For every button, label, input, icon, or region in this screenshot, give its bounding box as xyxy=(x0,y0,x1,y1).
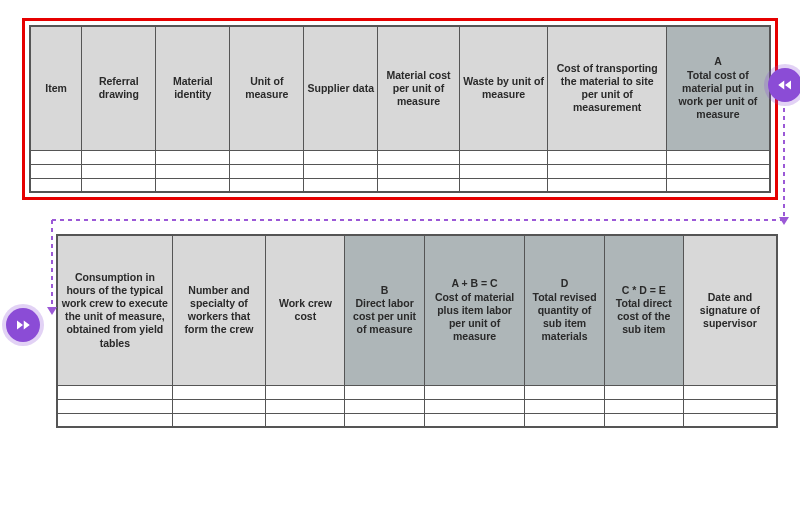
table-cell xyxy=(266,413,345,427)
column-header: Referral drawing xyxy=(82,26,156,150)
column-header: Consumption in hours of the typical work… xyxy=(57,235,172,385)
connector-left-vertical xyxy=(50,218,54,308)
table-cell xyxy=(548,164,666,178)
column-header: C * D = E Total direct cost of the sub i… xyxy=(604,235,683,385)
connector-right-vertical xyxy=(782,106,786,218)
labor-table-wrap: Consumption in hours of the typical work… xyxy=(22,234,778,428)
connector-horizontal xyxy=(50,218,786,222)
table-row xyxy=(30,150,770,164)
column-header: Date and signature of supervisor xyxy=(683,235,777,385)
forward-icon xyxy=(6,308,40,342)
table-cell xyxy=(30,150,82,164)
table-row xyxy=(30,164,770,178)
table-cell xyxy=(683,413,777,427)
table-cell xyxy=(525,385,604,399)
table-cell xyxy=(230,178,304,192)
labor-cost-table: Consumption in hours of the typical work… xyxy=(56,234,778,428)
table-cell xyxy=(172,399,266,413)
table-cell xyxy=(604,385,683,399)
column-header: B Direct labor cost per unit of measure xyxy=(345,235,424,385)
table-cell xyxy=(230,164,304,178)
column-header: Unit of measure xyxy=(230,26,304,150)
table-cell xyxy=(30,164,82,178)
column-header: Cost of transporting the material to sit… xyxy=(548,26,666,150)
table-row xyxy=(57,399,777,413)
table-cell xyxy=(666,164,770,178)
table-cell xyxy=(266,385,345,399)
table-cell xyxy=(666,150,770,164)
table-cell xyxy=(156,178,230,192)
table-cell xyxy=(525,399,604,413)
table-cell xyxy=(266,399,345,413)
table-cell xyxy=(304,178,378,192)
table-cell xyxy=(82,178,156,192)
table-cell xyxy=(57,413,172,427)
column-header: Supplier data xyxy=(304,26,378,150)
table-row xyxy=(57,385,777,399)
column-header: Waste by unit of measure xyxy=(459,26,548,150)
table-cell xyxy=(156,164,230,178)
table-cell xyxy=(304,150,378,164)
table-cell xyxy=(57,385,172,399)
table-header-row: Consumption in hours of the typical work… xyxy=(57,235,777,385)
table-cell xyxy=(378,178,459,192)
table-cell xyxy=(304,164,378,178)
column-header: A Total cost of material put in work per… xyxy=(666,26,770,150)
table-cell xyxy=(525,413,604,427)
table-cell xyxy=(172,385,266,399)
table-cell xyxy=(683,385,777,399)
table-cell xyxy=(230,150,304,164)
table-row xyxy=(57,413,777,427)
column-header: Material cost per unit of measure xyxy=(378,26,459,150)
materials-table-highlight: ItemReferral drawingMaterial identityUni… xyxy=(22,18,778,200)
table-cell xyxy=(172,413,266,427)
table-header-row: ItemReferral drawingMaterial identityUni… xyxy=(30,26,770,150)
table-cell xyxy=(345,413,424,427)
table-cell xyxy=(424,399,525,413)
table-cell xyxy=(548,150,666,164)
column-header: Work crew cost xyxy=(266,235,345,385)
table-cell xyxy=(30,178,82,192)
table-cell xyxy=(345,399,424,413)
table-cell xyxy=(424,413,525,427)
rewind-icon xyxy=(768,68,800,102)
table-cell xyxy=(459,178,548,192)
table-cell xyxy=(82,150,156,164)
column-header: A + B = C Cost of material plus item lab… xyxy=(424,235,525,385)
table-cell xyxy=(424,385,525,399)
table-cell xyxy=(459,164,548,178)
table-cell xyxy=(683,399,777,413)
table-cell xyxy=(604,413,683,427)
column-header: D Total revised quantity of sub item mat… xyxy=(525,235,604,385)
table-cell xyxy=(548,178,666,192)
table-cell xyxy=(378,164,459,178)
table-cell xyxy=(82,164,156,178)
table-cell xyxy=(604,399,683,413)
table-cell xyxy=(666,178,770,192)
materials-cost-table: ItemReferral drawingMaterial identityUni… xyxy=(29,25,771,193)
table-cell xyxy=(345,385,424,399)
table-cell xyxy=(156,150,230,164)
column-header: Number and specialty of workers that for… xyxy=(172,235,266,385)
table-cell xyxy=(378,150,459,164)
column-header: Item xyxy=(30,26,82,150)
table-cell xyxy=(459,150,548,164)
table-row xyxy=(30,178,770,192)
table-cell xyxy=(57,399,172,413)
column-header: Material identity xyxy=(156,26,230,150)
